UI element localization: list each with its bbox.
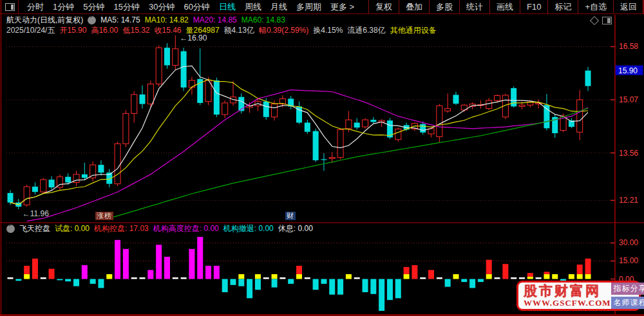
- y-axis-label: 15.07: [619, 95, 638, 104]
- bar-yellow-test: [106, 274, 112, 279]
- bar-white-zero: [511, 277, 516, 279]
- watermark-site-name: 股市财富网: [524, 284, 611, 298]
- bar-magenta-high-control: [197, 237, 203, 279]
- bar-white-zero: [263, 277, 269, 279]
- bar-cyan-retreat: [445, 279, 451, 287]
- candle-up: [24, 187, 30, 205]
- bar-yellow-test: [404, 274, 410, 279]
- bar-red-institutional: [486, 260, 492, 274]
- candle-down: [164, 48, 170, 65]
- candle-up: [519, 105, 525, 106]
- candle-up: [156, 48, 162, 84]
- bar-yellow-test: [569, 274, 574, 279]
- candle-down: [8, 193, 14, 203]
- bar-cyan-retreat: [15, 279, 21, 281]
- candle-down: [305, 123, 310, 132]
- bar-yellow-test: [577, 274, 583, 279]
- ma-line-MA10: [10, 80, 588, 205]
- indicator-value-3: 机构撤退: 0.00: [223, 223, 274, 234]
- bar-magenta-high-control: [214, 266, 220, 279]
- bar-yellow-test: [24, 274, 30, 279]
- candle-up: [131, 95, 137, 114]
- bar-red-institutional: [544, 272, 549, 274]
- bar-red-institutional: [32, 259, 38, 279]
- watermark-badge-1: 名师课程: [611, 297, 644, 309]
- bar-cyan-retreat: [98, 279, 104, 288]
- candle-down: [354, 123, 360, 128]
- candle-up: [41, 180, 46, 192]
- bar-cyan-retreat: [387, 279, 393, 301]
- bar-yellow-test: [544, 274, 549, 279]
- y-axis-label: 13.56: [619, 149, 638, 158]
- candle-down: [453, 95, 459, 104]
- bar-cyan-retreat: [478, 279, 484, 283]
- watermark-badge-0: 指标分享: [611, 283, 644, 295]
- candle-up: [445, 109, 451, 111]
- panel-y-axis-label: 30.00: [619, 238, 638, 247]
- bar-magenta-high-control: [205, 266, 211, 279]
- bar-red-institutional: [577, 265, 583, 274]
- collapse-chevron-icon[interactable]: [6, 225, 15, 233]
- bar-cyan-retreat: [363, 279, 368, 293]
- indicator-values: 试盘: 0.00机构控盘: 17.03机构高度控盘: 0.00机构撤退: 0.0…: [55, 223, 317, 234]
- candle-down: [214, 80, 220, 115]
- bar-yellow-test: [453, 274, 459, 279]
- candle-down: [263, 102, 269, 117]
- bar-cyan-retreat: [461, 279, 467, 283]
- watermark-text: 股市财富网 WWW.GSCFW.COM: [524, 284, 611, 308]
- bar-white-zero: [305, 277, 310, 279]
- bar-red-institutional: [428, 270, 434, 279]
- rank-badge[interactable]: 涨榜: [95, 212, 113, 220]
- bar-white-zero: [437, 277, 442, 279]
- candle-up: [173, 49, 178, 66]
- bar-cyan-retreat: [379, 279, 384, 311]
- candle-down: [49, 180, 55, 187]
- bar-white-zero: [140, 277, 146, 279]
- watermark-site-url: WWW.GSCFW.COM: [524, 298, 611, 308]
- bar-red-institutional: [24, 266, 30, 274]
- indicator-header: 飞天控盘 试盘: 0.00机构控盘: 17.03机构高度控盘: 0.00机构撤退…: [6, 224, 322, 233]
- bar-cyan-retreat: [57, 279, 62, 281]
- candle-down: [370, 120, 376, 122]
- bar-white-zero: [181, 277, 187, 279]
- candle-up: [337, 129, 343, 157]
- bar-magenta-high-control: [164, 257, 170, 279]
- bar-cyan-retreat: [222, 279, 228, 293]
- bar-cyan-retreat: [337, 279, 343, 295]
- y-axis-label: 12.21: [619, 196, 638, 205]
- indicator-value-0: 试盘: 0.00: [55, 223, 90, 234]
- cai-badge[interactable]: 财: [285, 212, 296, 220]
- candle-up: [115, 144, 120, 183]
- candle-down: [181, 51, 187, 88]
- bar-cyan-retreat: [288, 279, 294, 284]
- bar-white-zero: [131, 277, 137, 279]
- candle-up: [329, 158, 335, 159]
- bar-white-zero: [536, 277, 542, 279]
- panel-y-axis-label: 15.00: [619, 256, 638, 265]
- bar-cyan-retreat: [255, 279, 261, 290]
- ma-line-MA5: [10, 66, 588, 205]
- bar-cyan-retreat: [238, 279, 244, 286]
- bar-magenta-high-control: [123, 249, 129, 279]
- candle-up: [437, 106, 442, 136]
- bar-magenta-high-control: [115, 240, 120, 279]
- bar-white-zero: [41, 277, 46, 279]
- chart-canvas[interactable]: 16.5815.0713.5612.21←16.90←11.9615.9030.…: [0, 0, 644, 316]
- indicator-value-1: 机构控盘: 17.03: [94, 223, 149, 234]
- candle-up: [486, 100, 492, 109]
- candle-up: [363, 120, 368, 127]
- bar-cyan-retreat: [329, 279, 335, 295]
- candle-down: [420, 124, 426, 133]
- bar-cyan-retreat: [313, 279, 319, 290]
- bar-red-institutional: [412, 265, 417, 279]
- bar-magenta-high-control: [147, 270, 153, 279]
- high-annotation: ←16.90: [180, 33, 207, 42]
- candle-down: [585, 71, 591, 86]
- bar-yellow-test: [255, 274, 261, 279]
- bar-white-zero: [420, 277, 426, 279]
- price-tag-value: 15.90: [618, 66, 638, 75]
- candle-up: [346, 120, 352, 129]
- candle-up: [147, 84, 153, 104]
- candle-down: [140, 95, 146, 104]
- candle-down: [321, 159, 327, 160]
